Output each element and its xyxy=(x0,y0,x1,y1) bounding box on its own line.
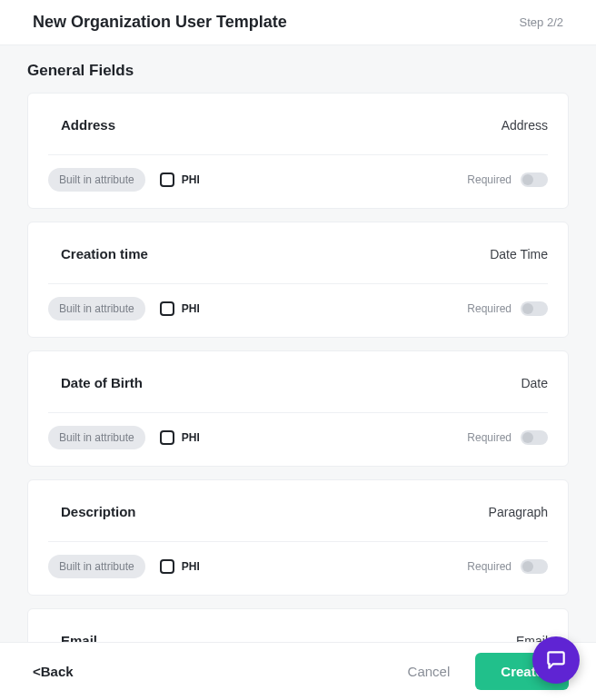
field-card-header: Email Email xyxy=(48,609,548,644)
phi-label: PHI xyxy=(182,560,200,573)
builtin-badge: Built in attribute xyxy=(48,297,145,320)
chat-launcher[interactable] xyxy=(532,636,580,684)
checkbox-icon xyxy=(160,430,174,445)
footer: <Back Cancel Create xyxy=(0,642,596,700)
field-card-header: Creation time Date Time xyxy=(48,222,548,284)
phi-label: PHI xyxy=(182,302,200,315)
phi-checkbox[interactable]: PHI xyxy=(160,430,200,445)
checkbox-icon xyxy=(160,559,174,574)
field-card: Email Email Built in attribute PHI Requi… xyxy=(27,608,569,644)
field-card: Description Paragraph Built in attribute… xyxy=(27,479,569,596)
back-button[interactable]: <Back xyxy=(33,664,74,679)
field-name: Address xyxy=(48,117,115,133)
field-card: Date of Birth Date Built in attribute PH… xyxy=(27,350,569,467)
required-label: Required xyxy=(467,431,512,444)
field-card-header: Address Address xyxy=(48,94,548,155)
page-title: New Organization User Template xyxy=(33,13,287,32)
field-name: Date of Birth xyxy=(48,375,143,390)
required-toggle[interactable] xyxy=(521,301,548,316)
builtin-badge: Built in attribute xyxy=(48,426,145,449)
field-card-controls: Built in attribute PHI Required xyxy=(48,542,548,595)
checkbox-icon xyxy=(160,173,174,187)
content-area: General Fields Address Address Built in … xyxy=(0,45,596,644)
field-name: Description xyxy=(48,504,136,519)
section-title: General Fields xyxy=(0,45,596,93)
required-toggle[interactable] xyxy=(521,430,548,445)
header: New Organization User Template Step 2/2 xyxy=(0,0,596,45)
required-label: Required xyxy=(467,302,512,315)
phi-label: PHI xyxy=(182,431,200,444)
field-card-controls: Built in attribute PHI Required xyxy=(48,155,548,208)
field-card: Address Address Built in attribute PHI R… xyxy=(27,93,569,209)
builtin-badge: Built in attribute xyxy=(48,555,145,578)
step-indicator: Step 2/2 xyxy=(520,15,563,29)
cancel-button[interactable]: Cancel xyxy=(408,664,451,679)
phi-checkbox[interactable]: PHI xyxy=(160,173,200,187)
field-name: Creation time xyxy=(48,246,148,261)
phi-checkbox[interactable]: PHI xyxy=(160,559,200,574)
field-type: Date xyxy=(521,376,548,390)
phi-label: PHI xyxy=(182,173,200,186)
scroll-region[interactable]: General Fields Address Address Built in … xyxy=(0,45,596,644)
required-label: Required xyxy=(467,173,512,186)
field-type: Paragraph xyxy=(489,505,548,519)
checkbox-icon xyxy=(160,301,174,316)
required-toggle[interactable] xyxy=(521,173,548,187)
field-card: Creation time Date Time Built in attribu… xyxy=(27,222,569,338)
field-type: Date Time xyxy=(490,247,548,261)
field-card-header: Description Paragraph xyxy=(48,480,548,542)
field-card-controls: Built in attribute PHI Required xyxy=(48,413,548,466)
required-toggle[interactable] xyxy=(521,559,548,574)
field-card-controls: Built in attribute PHI Required xyxy=(48,284,548,337)
builtin-badge: Built in attribute xyxy=(48,168,145,192)
field-card-header: Date of Birth Date xyxy=(48,351,548,413)
field-type: Address xyxy=(502,118,548,133)
required-label: Required xyxy=(467,560,512,573)
phi-checkbox[interactable]: PHI xyxy=(160,301,200,316)
chat-icon xyxy=(544,648,568,672)
